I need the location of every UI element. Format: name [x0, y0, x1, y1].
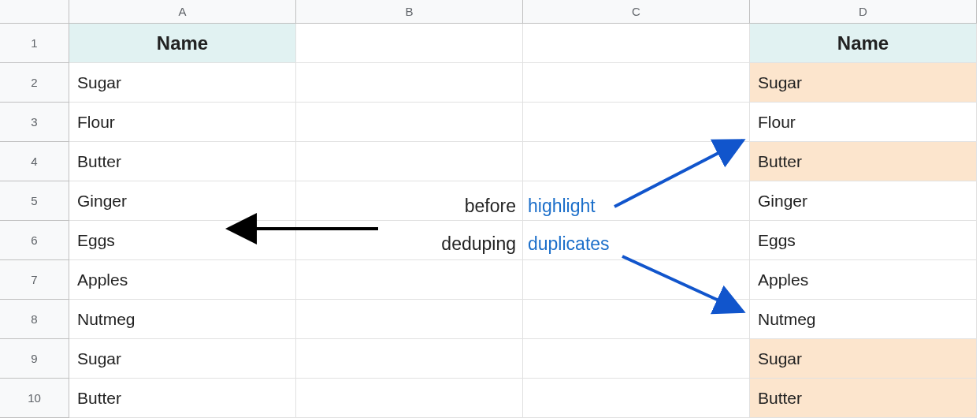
cell-b6[interactable]	[296, 221, 523, 260]
cell-b4[interactable]	[296, 142, 523, 181]
cell-b1[interactable]	[296, 24, 523, 63]
cell-b10[interactable]	[296, 379, 523, 418]
cell-d5[interactable]: Ginger	[750, 181, 977, 221]
cell-b3[interactable]	[296, 103, 523, 142]
col-header-b[interactable]: B	[296, 0, 523, 24]
cell-c9[interactable]	[523, 339, 750, 379]
row-header-4[interactable]: 4	[0, 142, 69, 181]
cell-a8[interactable]: Nutmeg	[69, 300, 296, 339]
cell-d4[interactable]: Butter	[750, 142, 977, 181]
cell-d1[interactable]: Name	[750, 24, 977, 63]
cell-d9[interactable]: Sugar	[750, 339, 977, 379]
cell-c4[interactable]	[523, 142, 750, 181]
row-header-6[interactable]: 6	[0, 221, 69, 260]
cell-b8[interactable]	[296, 300, 523, 339]
cell-d8[interactable]: Nutmeg	[750, 300, 977, 339]
row-header-5[interactable]: 5	[0, 181, 69, 221]
cell-a1[interactable]: Name	[69, 24, 296, 63]
row-header-7[interactable]: 7	[0, 260, 69, 300]
row-header-9[interactable]: 9	[0, 339, 69, 379]
cell-a10[interactable]: Butter	[69, 379, 296, 418]
row-header-1[interactable]: 1	[0, 24, 69, 63]
col-header-c[interactable]: C	[523, 0, 750, 24]
cell-a9[interactable]: Sugar	[69, 339, 296, 379]
row-header-2[interactable]: 2	[0, 63, 69, 103]
cell-a6[interactable]: Eggs	[69, 221, 296, 260]
cell-b2[interactable]	[296, 63, 523, 103]
cell-c1[interactable]	[523, 24, 750, 63]
row-header-8[interactable]: 8	[0, 300, 69, 339]
cell-b9[interactable]	[296, 339, 523, 379]
cell-b7[interactable]	[296, 260, 523, 300]
cell-c7[interactable]	[523, 260, 750, 300]
cell-c8[interactable]	[523, 300, 750, 339]
row-header-3[interactable]: 3	[0, 103, 69, 142]
spreadsheet-grid[interactable]: A B C D 1NameName2SugarSugar3FlourFlour4…	[0, 0, 980, 418]
cell-c10[interactable]	[523, 379, 750, 418]
cell-c2[interactable]	[523, 63, 750, 103]
cell-c3[interactable]	[523, 103, 750, 142]
cell-d7[interactable]: Apples	[750, 260, 977, 300]
col-header-a[interactable]: A	[69, 0, 296, 24]
row-header-10[interactable]: 10	[0, 379, 69, 418]
cell-c6[interactable]	[523, 221, 750, 260]
cell-d10[interactable]: Butter	[750, 379, 977, 418]
cell-b5[interactable]	[296, 181, 523, 221]
cell-a3[interactable]: Flour	[69, 103, 296, 142]
cell-d3[interactable]: Flour	[750, 103, 977, 142]
cell-c5[interactable]	[523, 181, 750, 221]
cell-a7[interactable]: Apples	[69, 260, 296, 300]
cell-d6[interactable]: Eggs	[750, 221, 977, 260]
corner-cell[interactable]	[0, 0, 69, 24]
cell-d2[interactable]: Sugar	[750, 63, 977, 103]
cell-a5[interactable]: Ginger	[69, 181, 296, 221]
cell-a2[interactable]: Sugar	[69, 63, 296, 103]
cell-a4[interactable]: Butter	[69, 142, 296, 181]
col-header-d[interactable]: D	[750, 0, 977, 24]
